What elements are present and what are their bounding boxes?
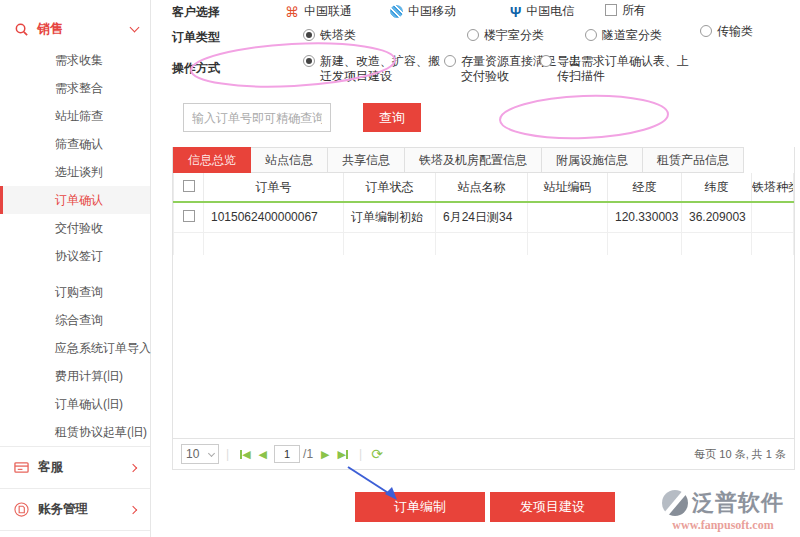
sidebar-item-screen-confirm[interactable]: 筛查确认	[0, 130, 150, 158]
tab-attached-facility[interactable]: 附属设施信息	[542, 147, 643, 173]
order-search-input[interactable]	[183, 103, 331, 132]
sidebar-item-site-negotiate[interactable]: 选址谈判	[0, 158, 150, 186]
radio-icon	[700, 25, 712, 37]
cell-order-no: 1015062400000067	[204, 202, 344, 232]
china-unicom-icon: ⌘	[285, 5, 299, 19]
sidebar-customer-service-label: 客服	[38, 459, 130, 476]
sidebar-item-order-confirm-old[interactable]: 订单确认(旧)	[0, 390, 150, 418]
sidebar-item-delivery-accept[interactable]: 交付验收	[0, 214, 150, 242]
cell-tower-type	[752, 202, 794, 232]
sidebar-item-order-confirm[interactable]: 订单确认	[0, 186, 150, 214]
radio-icon	[540, 55, 552, 67]
document-icon	[14, 502, 29, 517]
carrier-telecom[interactable]: Ψ 中国电信	[510, 3, 574, 20]
sidebar-section-site-report[interactable]: 选址报表	[0, 530, 150, 537]
page-size-select[interactable]: 10	[181, 444, 219, 464]
col-tower-type: 铁塔种类	[752, 173, 794, 202]
order-type-transmission-radio[interactable]: 传输类	[700, 24, 755, 39]
sidebar-sales-label: 销售	[37, 20, 131, 38]
radio-checked-icon	[303, 55, 315, 67]
brand-name: 泛普软件	[692, 488, 784, 518]
customer-select-label: 客户选择	[172, 4, 220, 21]
order-type-tunnel-radio[interactable]: 隧道室分类	[585, 28, 662, 43]
first-page-button[interactable]: ◀	[240, 448, 250, 461]
select-all-checkbox[interactable]	[183, 180, 195, 192]
sidebar-gap	[0, 270, 150, 278]
pagination-bar: 10 | ◀ ◀ /1 ▶ ▶ | ⟳ 每页 10 条, 共 1 条	[173, 438, 794, 469]
divider: |	[359, 447, 362, 461]
cell-longitude: 120.330003	[608, 202, 682, 232]
tab-info-overview[interactable]: 信息总览	[173, 147, 251, 173]
table-empty-area	[173, 255, 794, 438]
cell-site-name: 6月24日测34	[436, 202, 528, 232]
tab-tower-room-config[interactable]: 铁塔及机房配置信息	[405, 147, 542, 173]
service-card-icon	[14, 460, 29, 475]
compose-order-button[interactable]: 订单编制	[355, 492, 485, 522]
page-number-input[interactable]	[274, 445, 300, 463]
sidebar-item-site-screen[interactable]: 站址筛查	[0, 102, 150, 130]
prev-page-button[interactable]: ◀	[259, 448, 267, 461]
tab-strip: 信息总览 站点信息 共享信息 铁塔及机房配置信息 附属设施信息 租赁产品信息	[173, 147, 794, 173]
chevron-right-icon	[129, 505, 137, 513]
order-type-building-radio[interactable]: 楼宇室分类	[467, 28, 544, 43]
tab-lease-product[interactable]: 租赁产品信息	[643, 147, 744, 173]
col-site-name: 站点名称	[436, 173, 528, 202]
radio-icon	[585, 29, 597, 41]
radio-icon	[467, 29, 479, 41]
sidebar-item-combined-query[interactable]: 综合查询	[0, 306, 150, 334]
col-site-code: 站址编码	[528, 173, 608, 202]
sidebar-item-lease-draft-old[interactable]: 租赁协议起草(旧)	[0, 418, 150, 446]
cell-order-status: 订单编制初始	[344, 202, 436, 232]
total-pages-label: /1	[303, 447, 313, 461]
order-panel: 信息总览 站点信息 共享信息 铁塔及机房配置信息 附属设施信息 租赁产品信息 订…	[172, 147, 795, 470]
brand-url: www.fanpusoft.com	[648, 518, 798, 533]
sidebar-item-emergency-import[interactable]: 应急系统订单导入	[0, 334, 150, 362]
sidebar-item-agreement-sign[interactable]: 协议签订	[0, 242, 150, 270]
col-order-status: 订单状态	[344, 173, 436, 202]
sidebar-accounting-label: 账务管理	[38, 501, 130, 518]
sidebar-item-purchase-query[interactable]: 订购查询	[0, 278, 150, 306]
next-page-button[interactable]: ▶	[321, 448, 329, 461]
china-telecom-icon: Ψ	[510, 5, 521, 19]
last-page-button[interactable]: ▶	[338, 448, 348, 461]
cell-latitude: 36.209003	[682, 202, 752, 232]
row-checkbox[interactable]	[183, 210, 195, 222]
carrier-mobile[interactable]: 中国移动	[390, 3, 456, 20]
operation-new-build-radio[interactable]: 新建、改造、扩容、搬迁发项目建设	[303, 54, 443, 84]
radio-checked-icon	[303, 29, 315, 41]
sidebar-section-sales[interactable]: 销售	[0, 12, 150, 46]
order-type-tower-radio[interactable]: 铁塔类	[303, 28, 356, 43]
refresh-icon[interactable]: ⟳	[371, 446, 383, 462]
table-row: 1015062400000067 订单编制初始 6月24日测34 120.330…	[174, 202, 794, 232]
col-order-no: 订单号	[204, 173, 344, 202]
pink-ellipse-query	[499, 93, 668, 141]
operation-export-form-radio[interactable]: 导出需求订单确认表、上传扫描件	[540, 54, 692, 84]
sidebar-item-demand-merge[interactable]: 需求整合	[0, 74, 150, 102]
sidebar: 销售 需求收集 需求整合 站址筛查 筛查确认 选址谈判 订单确认 交付验收 协议…	[0, 0, 151, 537]
col-longitude: 经度	[608, 173, 682, 202]
carrier-unicom[interactable]: ⌘ 中国联通	[285, 3, 352, 20]
table-empty-row	[174, 232, 794, 255]
order-type-label: 订单类型	[172, 29, 220, 46]
table-header-row: 订单号 订单状态 站点名称 站址编码 经度 纬度 铁塔种类	[174, 173, 794, 202]
tab-share-info[interactable]: 共享信息	[328, 147, 405, 173]
checkbox-icon	[605, 4, 617, 16]
sidebar-section-accounting[interactable]: 账务管理	[0, 488, 150, 530]
search-icon	[14, 22, 29, 37]
orders-table: 订单号 订单状态 站点名称 站址编码 经度 纬度 铁塔种类 1015062400…	[173, 173, 794, 255]
sidebar-item-demand-collect[interactable]: 需求收集	[0, 46, 150, 74]
col-latitude: 纬度	[682, 173, 752, 202]
fanpu-logo-icon	[662, 490, 688, 516]
pagination-summary: 每页 10 条, 共 1 条	[694, 447, 786, 462]
chevron-down-icon	[208, 449, 215, 456]
sidebar-section-customer-service[interactable]: 客服	[0, 446, 150, 488]
send-project-button[interactable]: 发项目建设	[490, 492, 615, 522]
query-button[interactable]: 查询	[363, 103, 421, 132]
cell-site-code	[528, 202, 608, 232]
tab-site-info[interactable]: 站点信息	[251, 147, 328, 173]
brand-watermark: 泛普软件 www.fanpusoft.com	[648, 488, 798, 533]
chevron-down-icon	[130, 23, 140, 33]
customer-all-checkbox[interactable]: 所有	[605, 3, 646, 18]
sidebar-item-fee-calc-old[interactable]: 费用计算(旧)	[0, 362, 150, 390]
order-confirmation-page: 销售 需求收集 需求整合 站址筛查 筛查确认 选址谈判 订单确认 交付验收 协议…	[0, 0, 800, 537]
